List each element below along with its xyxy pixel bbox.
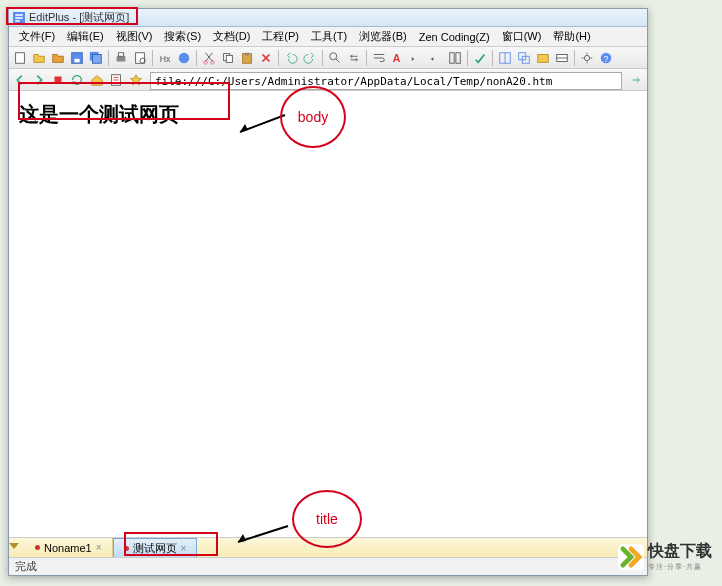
menu-browser[interactable]: 浏览器(B): [353, 27, 413, 46]
print-preview-icon[interactable]: [131, 49, 149, 67]
replace-icon[interactable]: [345, 49, 363, 67]
modified-dot-icon: [35, 545, 40, 550]
columns-icon[interactable]: [446, 49, 464, 67]
open-icon[interactable]: [30, 49, 48, 67]
svg-rect-15: [226, 55, 232, 62]
app-icon: [13, 12, 25, 24]
window-title: EditPlus - [测试网页]: [29, 10, 129, 25]
nav-stop-icon[interactable]: [49, 71, 67, 89]
menu-tools[interactable]: 工具(T): [305, 27, 353, 46]
menu-view[interactable]: 视图(V): [110, 27, 159, 46]
browser-viewport: 这是一个测试网页: [9, 91, 647, 537]
svg-point-18: [330, 52, 337, 59]
paste-icon[interactable]: [238, 49, 256, 67]
svg-rect-17: [245, 52, 249, 55]
svg-rect-21: [456, 52, 460, 63]
menu-project[interactable]: 工程(P): [256, 27, 305, 46]
svg-rect-5: [93, 54, 102, 63]
browser-preview-icon[interactable]: [175, 49, 193, 67]
save-all-icon[interactable]: [87, 49, 105, 67]
outdent-icon[interactable]: [427, 49, 445, 67]
modified-dot-icon: [124, 546, 129, 551]
menu-file[interactable]: 文件(F): [13, 27, 61, 46]
menu-help[interactable]: 帮助(H): [547, 27, 596, 46]
nav-forward-icon[interactable]: [30, 71, 48, 89]
tabs-menu-icon[interactable]: [9, 543, 25, 553]
wordwrap-icon[interactable]: [370, 49, 388, 67]
menu-window[interactable]: 窗口(W): [496, 27, 548, 46]
nav-refresh-icon[interactable]: [68, 71, 86, 89]
menu-search[interactable]: 搜索(S): [158, 27, 207, 46]
watermark: 快盘下载 专注·分享·共赢: [618, 541, 712, 572]
font-icon[interactable]: A: [389, 49, 407, 67]
svg-rect-20: [450, 52, 454, 63]
window-tile-icon[interactable]: [496, 49, 514, 67]
nav-back-icon[interactable]: [11, 71, 29, 89]
svg-rect-26: [538, 54, 549, 62]
watermark-text: 快盘下载: [648, 541, 712, 562]
svg-rect-1: [16, 52, 25, 63]
address-bar: [150, 71, 622, 89]
nav-home-icon[interactable]: [88, 71, 106, 89]
menu-zen[interactable]: Zen Coding(Z): [413, 29, 496, 45]
close-icon[interactable]: ×: [96, 542, 102, 553]
find-icon[interactable]: [326, 49, 344, 67]
output-icon[interactable]: [553, 49, 571, 67]
statusbar: 完成: [9, 557, 647, 575]
page-heading: 这是一个测试网页: [19, 101, 637, 128]
toolbar-nav: [9, 69, 647, 91]
spellcheck-icon[interactable]: [471, 49, 489, 67]
print-icon[interactable]: [112, 49, 130, 67]
svg-point-29: [584, 55, 589, 60]
tab-label: Noname1: [44, 542, 92, 554]
open-folder-icon[interactable]: [49, 49, 67, 67]
copy-icon[interactable]: [219, 49, 237, 67]
directory-icon[interactable]: [534, 49, 552, 67]
toolbar-main: Hx A ?: [9, 47, 647, 69]
status-text: 完成: [15, 559, 37, 574]
hex-icon[interactable]: Hx: [156, 49, 174, 67]
watermark-logo-icon: [618, 544, 644, 570]
new-file-icon[interactable]: [11, 49, 29, 67]
nav-favorite-icon[interactable]: [127, 71, 145, 89]
svg-text:Hx: Hx: [160, 53, 171, 63]
menubar: 文件(F) 编辑(E) 视图(V) 搜索(S) 文档(D) 工程(P) 工具(T…: [9, 27, 647, 47]
tab-testpage[interactable]: 测试网页 ×: [113, 538, 198, 557]
indent-icon[interactable]: [408, 49, 426, 67]
settings-icon[interactable]: [578, 49, 596, 67]
app-window: EditPlus - [测试网页] 文件(F) 编辑(E) 视图(V) 搜索(S…: [8, 8, 648, 576]
svg-text:A: A: [393, 51, 401, 63]
address-input[interactable]: [150, 72, 622, 90]
delete-icon[interactable]: [257, 49, 275, 67]
svg-rect-7: [118, 52, 123, 56]
nav-go-icon[interactable]: [627, 71, 645, 89]
svg-rect-3: [74, 58, 79, 62]
svg-rect-32: [55, 76, 62, 83]
save-icon[interactable]: [68, 49, 86, 67]
close-icon[interactable]: ×: [181, 543, 187, 554]
cut-icon[interactable]: [200, 49, 218, 67]
document-tabs: Noname1 × 测试网页 ×: [9, 537, 647, 557]
menu-edit[interactable]: 编辑(E): [61, 27, 110, 46]
tab-label: 测试网页: [133, 541, 177, 556]
redo-icon[interactable]: [301, 49, 319, 67]
svg-rect-6: [117, 56, 126, 61]
undo-icon[interactable]: [282, 49, 300, 67]
menu-document[interactable]: 文档(D): [207, 27, 256, 46]
watermark-sub: 专注·分享·共赢: [648, 562, 712, 572]
svg-text:?: ?: [603, 53, 608, 63]
tab-noname1[interactable]: Noname1 ×: [25, 538, 113, 557]
help-icon[interactable]: ?: [597, 49, 615, 67]
window-cascade-icon[interactable]: [515, 49, 533, 67]
titlebar: EditPlus - [测试网页]: [9, 9, 647, 27]
svg-point-11: [179, 52, 190, 63]
nav-edit-icon[interactable]: [107, 71, 125, 89]
